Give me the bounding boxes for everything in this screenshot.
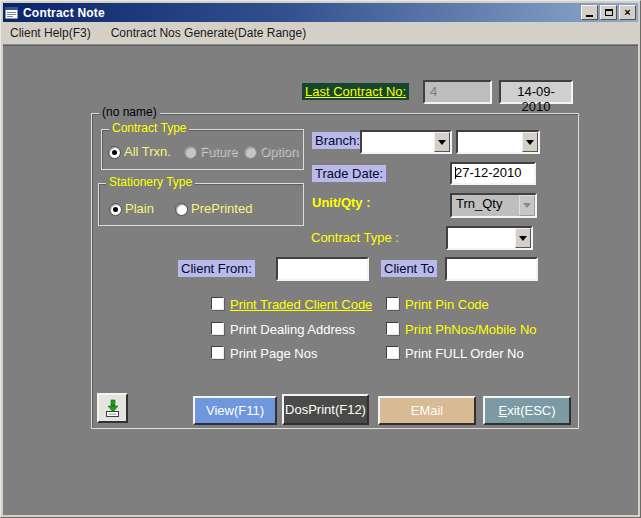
checkbox-print-full-order-no-label[interactable]: Print FULL Order No (405, 346, 524, 361)
close-icon: × (624, 7, 630, 18)
menu-client-help[interactable]: Client Help(F3) (3, 24, 98, 42)
unit-qty-combo: Trn_Qty (450, 193, 537, 218)
menu-contract-nos-generate[interactable]: Contract Nos Generate(Date Range) (104, 24, 313, 42)
unit-qty-label: Unit/Qty : (312, 195, 371, 210)
unit-qty-value: Trn_Qty (452, 195, 519, 216)
checkbox-print-pin-code-label[interactable]: Print Pin Code (405, 297, 489, 312)
branch-combo-2[interactable] (456, 130, 540, 154)
export-down-arrow-icon (103, 399, 122, 418)
view-button[interactable]: View(F11) (193, 396, 277, 425)
dosprint-button[interactable]: DosPrint(F12) (282, 394, 369, 425)
form-client-area: Last Contract No: 4 14-09-2010 (no name)… (3, 45, 638, 515)
contract-type-groupbox: Contract Type All Trxn. Future Option (101, 129, 304, 170)
maximize-icon (605, 9, 613, 16)
maximize-button[interactable] (600, 5, 617, 20)
checkbox-print-pin-code[interactable] (386, 297, 399, 310)
checkbox-print-phnos-mobile-label[interactable]: Print PhNos/Mobile No (405, 322, 537, 337)
radio-all-trxn-label[interactable]: All Trxn. (124, 144, 171, 159)
unit-qty-dropdown-button (519, 195, 535, 216)
minimize-button[interactable] (581, 5, 598, 20)
checkbox-print-traded-client-code-label[interactable]: Print Traded Client Code (230, 297, 372, 312)
export-button[interactable] (97, 393, 128, 423)
checkbox-print-page-nos-label[interactable]: Print Page Nos (230, 346, 317, 361)
checkbox-print-phnos-mobile[interactable] (386, 322, 399, 335)
branch-combo-2-dropdown-button[interactable] (522, 132, 538, 152)
client-to-input[interactable] (445, 257, 538, 281)
chevron-down-icon (526, 140, 534, 145)
close-button[interactable]: × (619, 5, 636, 20)
trade-date-value: 27-12-2010 (455, 165, 522, 180)
minimize-icon (586, 15, 593, 17)
checkbox-print-full-order-no[interactable] (386, 346, 399, 359)
client-from-label: Client From: (178, 260, 255, 277)
branch-combo-1-value (362, 132, 434, 152)
trade-date-input[interactable]: 27-12-2010 (450, 162, 536, 185)
contract-type-combo[interactable] (446, 226, 533, 250)
app-form-icon (5, 6, 19, 19)
stationery-type-caption: Stationery Type (106, 175, 195, 189)
window-title: Contract Note (23, 6, 581, 20)
radio-option-label: Option (260, 144, 298, 159)
stationery-type-groupbox: Stationery Type Plain PrePrinted (98, 183, 304, 226)
client-to-label: Client To (381, 260, 437, 277)
branch-label: Branch: (312, 132, 363, 149)
radio-future-label: Future (200, 144, 238, 159)
chevron-down-icon (523, 203, 531, 208)
exit-button-mnemonic: E (498, 403, 507, 418)
checkbox-print-dealing-address-label[interactable]: Print Dealing Address (230, 322, 355, 337)
main-groupbox: (no name) Contract Type All Trxn. Future… (91, 113, 579, 429)
app-window: Contract Note × Client Help(F3) Contract… (0, 0, 641, 518)
exit-button[interactable]: Exit(ESC) (483, 396, 571, 425)
chevron-down-icon (438, 140, 446, 145)
contract-type-field-label: Contract Type : (311, 230, 399, 245)
radio-preprinted[interactable] (175, 203, 188, 216)
last-contract-date-field: 14-09-2010 (499, 80, 573, 104)
chevron-down-icon (519, 236, 527, 241)
radio-preprinted-label[interactable]: PrePrinted (191, 201, 252, 216)
radio-plain-label[interactable]: Plain (125, 201, 154, 216)
email-button[interactable]: EMail (378, 396, 476, 425)
last-contract-number-field: 4 (423, 80, 492, 104)
radio-option (244, 146, 257, 159)
branch-combo-1[interactable] (360, 130, 452, 154)
client-from-input[interactable] (276, 257, 369, 281)
radio-all-trxn[interactable] (108, 146, 121, 159)
contract-type-combo-value (448, 228, 515, 248)
branch-combo-1-dropdown-button[interactable] (434, 132, 450, 152)
checkbox-print-page-nos[interactable] (211, 346, 224, 359)
last-contract-label: Last Contract No: (302, 83, 409, 100)
main-groupbox-caption: (no name) (99, 105, 160, 119)
contract-type-caption: Contract Type (109, 121, 189, 135)
exit-button-label: xit(ESC) (507, 403, 555, 418)
radio-plain[interactable] (109, 203, 122, 216)
trade-date-label: Trade Date: (312, 165, 386, 182)
radio-future (184, 146, 197, 159)
contract-type-dropdown-button[interactable] (515, 228, 531, 248)
branch-combo-2-value (458, 132, 522, 152)
title-bar[interactable]: Contract Note × (3, 3, 638, 22)
checkbox-print-traded-client-code[interactable] (211, 297, 224, 310)
checkbox-print-dealing-address[interactable] (211, 322, 224, 335)
menu-bar: Client Help(F3) Contract Nos Generate(Da… (3, 22, 638, 45)
